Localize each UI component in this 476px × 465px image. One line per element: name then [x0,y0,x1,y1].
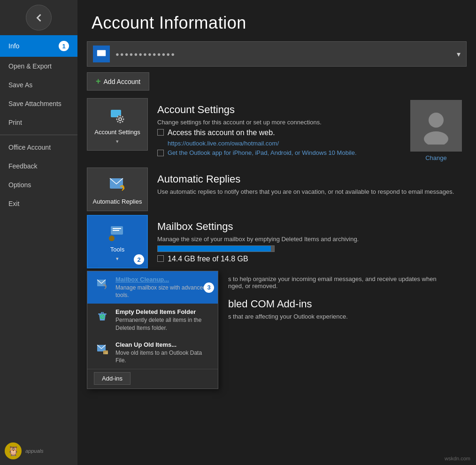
sidebar-item-save-attachments-label: Save Attachments [8,100,61,107]
account-selector[interactable]: ●●●●●●●●●●●●● ▾ [87,41,467,67]
cleanup-old-icon [94,341,111,358]
mobile-app-link[interactable]: Get the Outlook app for iPhone, iPad, An… [168,149,357,156]
back-button[interactable] [26,5,52,30]
addins-row: Add-ins [87,369,218,389]
sidebar-item-feedback[interactable]: Feedback [0,157,77,175]
automatic-replies-description: Use automatic replies to notify others t… [157,188,459,195]
tools-icon [107,222,128,243]
main-content: Account Information ●●●●●●●●●●●●● ▾ + Ad… [77,0,476,465]
dropdown-mailbox-cleanup[interactable]: Mailbox Cleanup... Manage mailbox size w… [87,271,218,304]
owl-icon: 🦉 [5,442,22,459]
account-icon-box [93,46,110,62]
automatic-replies-button[interactable]: Automatic Replies [87,168,148,211]
svg-rect-19 [111,236,113,239]
sidebar-logo: 🦉 appuals [0,437,77,465]
sidebar-item-save-attachments[interactable]: Save Attachments [0,94,77,113]
mailbox-progress-fill [158,246,271,252]
step-badge-1: 1 [59,41,69,51]
sidebar-divider [0,135,77,135]
mailbox-cleanup-icon [94,276,111,293]
svg-point-5 [120,122,121,123]
sidebar-item-save-as-label: Save As [8,81,32,89]
svg-point-12 [429,113,444,128]
sidebar-watermark: appuals [25,448,44,454]
svg-rect-16 [113,228,121,229]
page-title: Account Information [77,0,476,41]
change-photo-link[interactable]: Change [425,154,447,161]
account-settings-icon [107,105,128,126]
sidebar-item-info[interactable]: Info 1 [0,35,77,57]
tools-button[interactable]: Tools ▾ 2 [87,215,148,268]
add-ins-label: Add-ins [102,375,123,382]
svg-point-11 [122,121,123,122]
right-section: s to help organize your incoming email m… [221,271,467,325]
account-settings-description: Change settings for this account or set … [157,119,403,126]
account-settings-info: Account Settings Change settings for thi… [148,98,410,164]
sidebar-item-options-label: Options [8,181,31,189]
svg-point-8 [117,116,119,118]
svg-point-9 [122,116,123,118]
storage-label: 14.4 GB free of 14.8 GB [168,255,248,263]
mailbox-cleanup-desc: Manage mailbox size with advanced tools. [115,284,211,299]
step-badge-3: 3 [204,282,214,293]
access-web-checkbox[interactable] [157,129,164,136]
account-settings-card-label: Account Settings [94,129,140,136]
access-web-row: Access this account on the web. [157,129,403,137]
account-settings-button[interactable]: Account Settings ▾ [87,98,148,151]
mailbox-cleanup-title: Mailbox Cleanup... [115,276,211,283]
outlook-web-link[interactable]: https://outlook.live.com/owa/hotmail.com… [168,140,279,147]
svg-rect-24 [103,351,108,354]
sidebar-item-exit-label: Exit [8,200,19,207]
mobile-link-row: Get the Outlook app for iPhone, iPad, An… [157,149,403,156]
plus-icon: + [96,76,101,86]
profile-column: Change [410,98,467,161]
storage-checkbox[interactable] [157,255,164,262]
empty-deleted-title: Empty Deleted Items Folder [115,308,211,315]
sidebar-item-print[interactable]: Print [0,113,77,132]
access-web-label: Access this account on the web. [168,129,275,137]
sidebar-item-save-as[interactable]: Save As [0,76,77,94]
add-account-button[interactable]: + Add Account [87,72,149,91]
cleanup-old-title: Clean Up Old Items... [115,341,211,348]
addin-title: bled COM Add-ins [228,298,459,310]
mobile-checkbox[interactable] [157,150,164,156]
mailbox-cleanup-text: Mailbox Cleanup... Manage mailbox size w… [115,276,211,299]
sidebar-item-options[interactable]: Options [0,175,77,194]
mailbox-settings-info: Mailbox Settings Manage the size of your… [148,215,467,271]
sidebar-item-open-export-label: Open & Export [8,62,52,70]
tools-dropdown-menu: Mailbox Cleanup... Manage mailbox size w… [87,271,218,389]
automatic-replies-row: Automatic Replies Automatic Replies Use … [87,168,467,211]
dropdown-cleanup-old[interactable]: Clean Up Old Items... Move old items to … [87,336,218,369]
mailbox-settings-title: Mailbox Settings [157,221,459,233]
sidebar: Info 1 Open & Export Save As Save Attach… [0,0,77,465]
mailbox-tools-row: Tools ▾ 2 Mailbox Settings Manage the si… [87,215,467,271]
automatic-replies-card-label: Automatic Replies [93,198,142,205]
profile-avatar-icon [417,107,455,145]
sidebar-item-info-label: Info [8,42,19,50]
add-ins-button[interactable]: Add-ins [94,372,131,385]
mailbox-progress-bar [157,245,275,252]
step-badge-2: 2 [134,254,144,265]
add-account-label: Add Account [104,78,141,85]
sidebar-item-print-label: Print [8,119,22,126]
dropdown-empty-deleted[interactable]: Empty Deleted Items Folder Permanently d… [87,304,218,336]
sidebar-item-office-account[interactable]: Office Account [0,138,77,157]
sidebar-item-feedback-label: Feedback [8,162,37,170]
dropdown-arrow-icon: ▾ [457,50,461,59]
account-settings-title: Account Settings [157,104,403,116]
sidebar-item-open-export[interactable]: Open & Export [0,57,77,76]
empty-deleted-text: Empty Deleted Items Folder Permanently d… [115,308,211,331]
svg-point-6 [116,119,118,120]
svg-rect-0 [97,50,106,56]
tools-dropdown-arrow-icon: ▾ [116,256,119,262]
mailbox-settings-description: Manage the size of your mailbox by empty… [157,236,459,243]
cards-area: Account Settings ▾ Account Settings Chan… [77,98,476,393]
rules-section: s to help organize your incoming email m… [228,275,459,290]
cleanup-old-desc: Move old items to an Outlook Data File. [115,349,211,364]
profile-photo [410,100,462,152]
storage-row: 14.4 GB free of 14.8 GB [157,255,459,263]
account-email: ●●●●●●●●●●●●● [115,51,457,58]
sidebar-item-exit[interactable]: Exit [0,194,77,213]
svg-point-4 [120,115,121,117]
empty-deleted-desc: Permanently delete all items in the Dele… [115,316,211,331]
